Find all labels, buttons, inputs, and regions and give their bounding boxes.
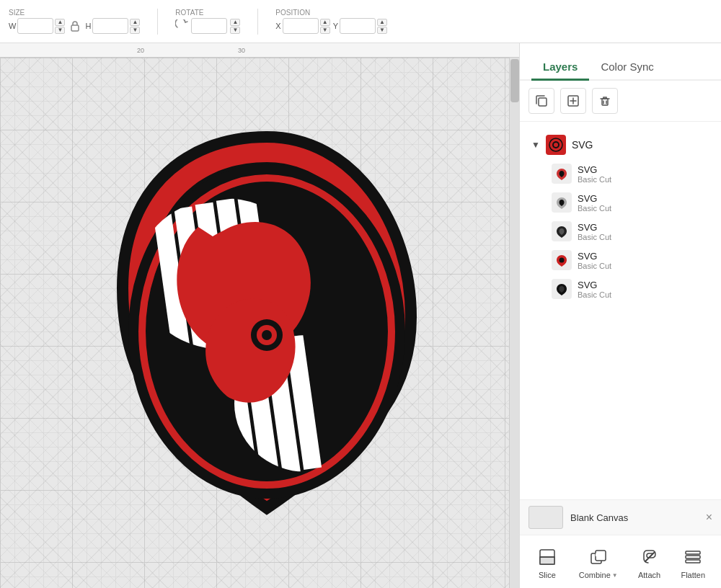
panel-actions: Slice Combine ▼ (520, 535, 721, 588)
rotate-inputs: ▲ ▼ (175, 18, 240, 34)
combine-label: Combine (579, 571, 611, 579)
pos-x-down[interactable]: ▼ (320, 27, 330, 34)
rotate-up[interactable]: ▲ (230, 19, 240, 26)
svg-rect-46 (686, 560, 700, 563)
size-group: Size W ▲ ▼ H ▲ ▼ (9, 9, 140, 34)
attach-button[interactable]: Attach (632, 543, 667, 582)
rotate-group: Rotate ▲ ▼ (175, 9, 240, 34)
layer-item-2-icon (552, 192, 572, 213)
position-x-wrap: X ▲ ▼ (275, 18, 329, 34)
layer-group: ▼ SVG (520, 128, 721, 306)
layer-item-3[interactable]: SVG Basic Cut (528, 217, 712, 246)
layer-group-name: SVG (572, 139, 593, 151)
rotate-input[interactable] (191, 18, 227, 34)
attach-icon (638, 545, 661, 569)
size-w-input[interactable] (17, 18, 53, 34)
group-svg-icon (548, 137, 564, 153)
layer-item-2-name: SVG (578, 193, 611, 204)
blank-canvas-row: Blank Canvas × (520, 500, 721, 535)
layer-group-header[interactable]: ▼ SVG (528, 130, 712, 159)
size-h-down[interactable]: ▼ (130, 27, 140, 34)
layer-item-5-type: Basic Cut (578, 290, 611, 299)
layer-5-svg-icon (554, 281, 570, 297)
divider-2 (257, 9, 258, 35)
layer-group-icon (546, 135, 566, 155)
layer-item-4-type: Basic Cut (578, 262, 611, 270)
layer-item-1-info: SVG Basic Cut (578, 164, 611, 184)
layer-4-svg-icon (554, 252, 570, 268)
copy-icon (534, 94, 549, 108)
pos-y-up[interactable]: ▲ (377, 19, 387, 26)
svg-rect-0 (71, 25, 79, 31)
flatten-label: Flatten (681, 571, 705, 579)
layer-item-2[interactable]: SVG Basic Cut (528, 188, 712, 217)
slice-button[interactable]: Slice (530, 543, 565, 582)
ruler-horizontal: 20 30 (0, 43, 519, 58)
lock-icon[interactable] (68, 19, 82, 33)
svg-point-37 (559, 258, 565, 263)
add-icon (566, 94, 580, 108)
layer-item-4[interactable]: SVG Basic Cut (528, 246, 712, 275)
slice-icon (536, 545, 559, 569)
size-w-up[interactable]: ▲ (55, 19, 65, 26)
scrollbar-vertical[interactable] (509, 58, 519, 588)
copy-layer-button[interactable] (528, 88, 554, 114)
svg-rect-44 (686, 551, 700, 554)
blank-canvas-close-button[interactable]: × (706, 511, 712, 524)
combine-button[interactable]: Combine ▼ (573, 543, 624, 582)
layer-chevron: ▼ (531, 140, 540, 150)
position-x-input[interactable] (283, 18, 319, 34)
combine-caret: ▼ (612, 572, 618, 579)
add-layer-button[interactable] (560, 88, 586, 114)
main-area: 20 30 (0, 43, 721, 588)
layer-item-3-name: SVG (578, 222, 611, 233)
x-label: X (275, 22, 280, 30)
layer-item-3-type: Basic Cut (578, 233, 611, 241)
layer-item-5[interactable]: SVG Basic Cut (528, 275, 712, 303)
position-y-input[interactable] (340, 18, 376, 34)
size-h-input[interactable] (92, 18, 128, 34)
pos-x-up[interactable]: ▲ (320, 19, 330, 26)
layer-item-5-icon (552, 279, 572, 299)
logo-container[interactable] (94, 115, 440, 533)
position-y-wrap: Y ▲ ▼ (333, 18, 387, 34)
rotate-spinner: ▲ ▼ (230, 19, 240, 34)
svg-point-36 (554, 143, 558, 147)
flatten-icon (681, 545, 704, 569)
position-y-spinner: ▲ ▼ (377, 19, 387, 34)
flatten-button[interactable]: Flatten (675, 543, 711, 582)
size-inputs: W ▲ ▼ H ▲ ▼ (9, 18, 140, 34)
layer-item-1-type: Basic Cut (578, 175, 611, 184)
delete-icon (598, 94, 612, 108)
position-label: Position (275, 9, 310, 17)
layer-item-1-icon (552, 164, 572, 184)
rotate-icon (175, 19, 188, 32)
rotate-down[interactable]: ▼ (230, 27, 240, 34)
scrollbar-thumb[interactable] (510, 59, 519, 102)
delete-layer-button[interactable] (592, 88, 618, 114)
size-h-up[interactable]: ▲ (130, 19, 140, 26)
trail-blazers-logo (94, 115, 440, 533)
layers-list: ▼ SVG (520, 122, 721, 499)
panel-tabs: Layers Color Sync (520, 43, 721, 81)
divider-1 (157, 9, 158, 35)
combine-svg-icon (588, 547, 609, 567)
panel-toolbar (520, 81, 721, 122)
layer-item-1[interactable]: SVG Basic Cut (528, 159, 712, 188)
size-w-down[interactable]: ▼ (55, 27, 65, 34)
size-h-spinner: ▲ ▼ (130, 19, 140, 34)
tab-layers[interactable]: Layers (531, 55, 589, 81)
svg-rect-31 (602, 99, 608, 105)
attach-svg-icon (640, 547, 660, 567)
pos-y-down[interactable]: ▼ (377, 27, 387, 34)
svg-rect-45 (686, 556, 700, 558)
slice-svg-icon (537, 547, 557, 567)
layer-item-4-name: SVG (578, 251, 611, 262)
tab-color-sync[interactable]: Color Sync (589, 55, 665, 81)
flatten-svg-icon (683, 547, 703, 567)
canvas-area[interactable]: 20 30 (0, 43, 519, 588)
layer-item-5-name: SVG (578, 280, 611, 290)
layer-item-4-info: SVG Basic Cut (578, 251, 611, 270)
layer-3-svg-icon (554, 223, 570, 239)
layer-item-3-info: SVG Basic Cut (578, 222, 611, 241)
